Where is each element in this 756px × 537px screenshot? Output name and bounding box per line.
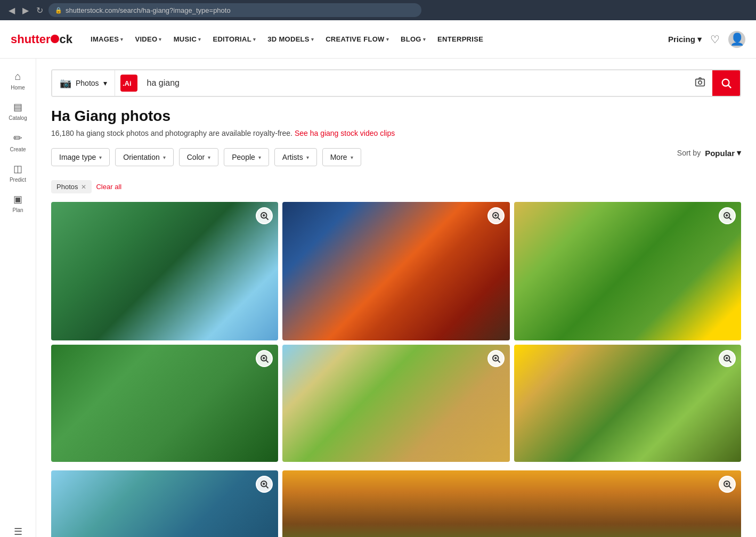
back-button[interactable]: ◀: [6, 5, 17, 15]
catalog-icon: ▤: [13, 101, 22, 113]
svg-line-30: [266, 486, 269, 488]
nav-creative-flow[interactable]: CREATIVE FLOW ▾: [320, 31, 394, 47]
sidebar-item-catalog[interactable]: ▤ Catalog: [0, 96, 36, 126]
zoom-button[interactable]: [719, 476, 736, 493]
more-chevron-icon: ▾: [351, 154, 353, 160]
create-icon: ✏: [13, 132, 22, 144]
nav-menu: IMAGES ▾ VIDEO ▾ MUSIC ▾ EDITORIAL ▾ 3D …: [85, 31, 668, 47]
3d-models-chevron-icon: ▾: [311, 37, 314, 42]
filter-image-type[interactable]: Image type ▾: [51, 148, 110, 166]
sidebar-item-create[interactable]: ✏ Create: [0, 126, 36, 158]
zoom-button[interactable]: [256, 476, 273, 493]
zoom-button[interactable]: [487, 350, 505, 367]
ai-badge: .Ai: [120, 75, 137, 92]
image-grid: [51, 202, 741, 537]
nav-enterprise[interactable]: ENTERPRISE: [432, 31, 489, 47]
music-chevron-icon: ▾: [198, 37, 201, 42]
user-icon: 👤: [730, 32, 744, 46]
filters-sort-wrapper: Image type ▾ Orientation ▾ Color ▾ Peopl…: [51, 148, 741, 175]
sidebar-item-predict[interactable]: ◫ Predict: [0, 158, 36, 188]
page-title: Ha Giang photos: [51, 108, 741, 125]
main-navigation: shutterck IMAGES ▾ VIDEO ▾ MUSIC ▾ EDITO…: [0, 20, 756, 59]
svg-rect-1: [696, 79, 705, 86]
editorial-chevron-icon: ▾: [253, 37, 256, 42]
logo[interactable]: shutterck: [11, 32, 72, 46]
artists-chevron-icon: ▾: [306, 154, 309, 160]
page-subtitle: 16,180 ha giang stock photos and photogr…: [51, 129, 741, 137]
active-filters: Photos ✕ Clear all: [51, 180, 741, 193]
nav-3d-models[interactable]: 3D MODELS ▾: [262, 31, 319, 47]
sidebar-item-home[interactable]: ⌂ Home: [0, 65, 36, 96]
filter-artists[interactable]: Artists ▾: [274, 148, 317, 166]
url-text: shutterstock.com/search/ha-giang?image_t…: [66, 6, 231, 14]
blog-chevron-icon: ▾: [423, 37, 426, 42]
nav-video[interactable]: VIDEO ▾: [129, 31, 167, 47]
svg-line-22: [498, 360, 500, 362]
svg-point-2: [698, 80, 702, 84]
filter-orientation[interactable]: Orientation ▾: [115, 148, 173, 166]
search-bar: 📷 Photos ▾ .Ai: [51, 69, 741, 97]
home-icon: ⌂: [14, 70, 21, 83]
zoom-button[interactable]: [256, 207, 273, 224]
image-card[interactable]: [282, 345, 509, 462]
avatar[interactable]: 👤: [728, 31, 745, 48]
sort-row: Sort by Popular ▾: [677, 148, 741, 158]
svg-line-6: [266, 217, 269, 219]
nav-images[interactable]: IMAGES ▾: [85, 31, 128, 47]
clear-all-button[interactable]: Clear all: [96, 183, 121, 191]
images-chevron-icon: ▾: [120, 37, 123, 42]
image-card[interactable]: [51, 345, 278, 462]
people-chevron-icon: ▾: [258, 154, 261, 160]
search-button[interactable]: [712, 69, 740, 97]
image-card[interactable]: [51, 202, 278, 340]
favorites-button[interactable]: ♡: [710, 33, 720, 46]
plan-icon: ▣: [13, 193, 22, 205]
ai-logo-icon: .Ai: [121, 78, 136, 88]
zoom-button[interactable]: [487, 207, 505, 224]
image-card[interactable]: [282, 470, 741, 537]
image-card[interactable]: [514, 345, 741, 462]
zoom-button[interactable]: [719, 350, 736, 367]
filter-more[interactable]: More ▾: [322, 148, 361, 166]
image-card[interactable]: [514, 202, 741, 340]
sort-selector[interactable]: Popular ▾: [705, 148, 741, 158]
sidebar-item-account[interactable]: ☰ Account: [0, 520, 36, 537]
pricing-link[interactable]: Pricing ▾: [668, 35, 702, 44]
refresh-button[interactable]: ↻: [34, 5, 45, 15]
remove-filter-button[interactable]: ✕: [81, 183, 86, 191]
main-content: 📷 Photos ▾ .Ai: [36, 59, 756, 537]
zoom-button[interactable]: [256, 350, 273, 367]
account-icon: ☰: [14, 526, 22, 537]
search-type-selector[interactable]: 📷 Photos ▾: [52, 70, 115, 96]
video-link[interactable]: See ha giang stock video clips: [295, 129, 395, 137]
image-type-chevron-icon: ▾: [99, 154, 102, 160]
address-bar[interactable]: 🔒 shutterstock.com/search/ha-giang?image…: [48, 3, 421, 17]
filter-color[interactable]: Color ▾: [179, 148, 218, 166]
forward-button[interactable]: ▶: [20, 5, 31, 15]
nav-editorial[interactable]: EDITORIAL ▾: [207, 31, 261, 47]
sort-label: Sort by: [677, 149, 701, 157]
svg-text:.Ai: .Ai: [123, 79, 132, 87]
sidebar-item-plan[interactable]: ▣ Plan: [0, 188, 36, 218]
nav-blog[interactable]: BLOG ▾: [395, 31, 431, 47]
predict-icon: ◫: [13, 163, 22, 175]
search-input[interactable]: [143, 78, 688, 88]
search-type-chevron-icon: ▾: [103, 79, 107, 87]
creative-flow-chevron-icon: ▾: [386, 37, 389, 42]
sort-chevron-icon: ▾: [737, 148, 741, 158]
svg-line-14: [729, 217, 731, 219]
svg-line-26: [729, 360, 731, 362]
nav-music[interactable]: MUSIC ▾: [168, 31, 207, 47]
image-card[interactable]: [51, 470, 278, 537]
pricing-chevron-icon: ▾: [697, 35, 702, 44]
image-card[interactable]: [282, 202, 509, 340]
svg-line-18: [266, 360, 269, 362]
image-search-button[interactable]: [688, 76, 712, 91]
active-filter-tag: Photos ✕: [51, 180, 92, 193]
svg-line-10: [498, 217, 500, 219]
filter-people[interactable]: People ▾: [224, 148, 269, 166]
sidebar: ⌂ Home ▤ Catalog ✏ Create ◫ Predict ▣ Pl…: [0, 59, 36, 537]
orientation-chevron-icon: ▾: [163, 154, 166, 160]
video-chevron-icon: ▾: [159, 37, 161, 42]
zoom-button[interactable]: [719, 207, 736, 224]
